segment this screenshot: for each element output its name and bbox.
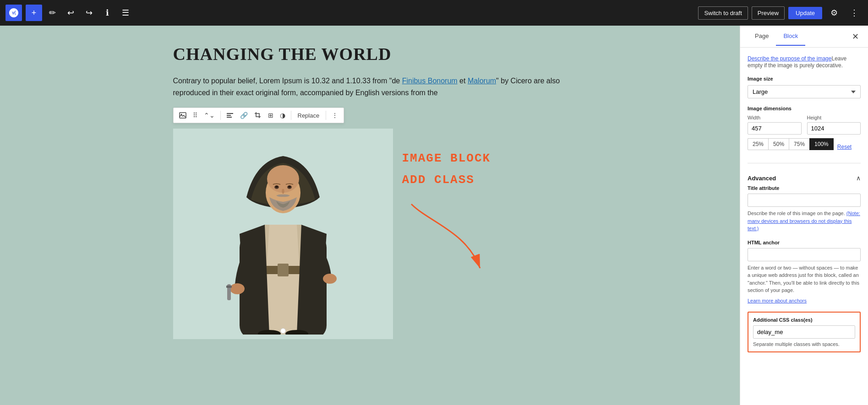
- html-anchor-label: HTML anchor: [748, 240, 861, 245]
- pct-25-button[interactable]: 25%: [748, 138, 768, 150]
- move-button[interactable]: ⌃⌄: [201, 110, 218, 121]
- toolbar-divider3: [326, 111, 326, 120]
- link-button[interactable]: 🔗: [237, 110, 251, 121]
- top-toolbar: + ✏ ↩ ↪ ℹ ☰ Switch to draft Preview Upda…: [0, 0, 868, 26]
- svg-point-11: [267, 165, 299, 193]
- toolbar-divider2: [291, 111, 291, 120]
- pct-100-button[interactable]: 100%: [809, 138, 834, 150]
- width-input[interactable]: [748, 122, 802, 135]
- redo-button[interactable]: ↪: [81, 5, 97, 21]
- reset-dimensions-button[interactable]: Reset: [834, 141, 855, 152]
- image-resize-handle[interactable]: [280, 328, 286, 334]
- title-attr-input[interactable]: [748, 194, 861, 207]
- edit-button[interactable]: ✏: [44, 5, 60, 21]
- svg-rect-9: [278, 264, 289, 276]
- title-attr-desc: Describe the role of this image on the p…: [748, 210, 861, 232]
- switch-draft-button[interactable]: Switch to draft: [698, 6, 748, 20]
- advanced-label: Advanced: [748, 175, 776, 182]
- tab-page[interactable]: Page: [748, 27, 776, 46]
- title-attribute-group: Title attribute Describe the role of thi…: [748, 185, 861, 232]
- editor-area[interactable]: CHANGING THE WORLD Contrary to popular b…: [0, 26, 740, 405]
- editor-content: CHANGING THE WORLD Contrary to popular b…: [173, 44, 567, 339]
- learn-more-anchor: Learn more about anchors: [748, 297, 861, 305]
- width-group: Width: [748, 115, 802, 135]
- sidebar-body: Describe the purpose of the imageLeave e…: [740, 48, 868, 405]
- tab-block[interactable]: Block: [776, 27, 805, 46]
- undo-button[interactable]: ↩: [62, 5, 79, 21]
- image-size-label: Image size: [748, 76, 861, 81]
- percent-buttons: 25% 50% 75% 100%: [748, 138, 834, 150]
- align-left-button[interactable]: [224, 110, 236, 121]
- height-label: Height: [807, 115, 861, 120]
- pct-50-button[interactable]: 50%: [768, 138, 789, 150]
- drag-handle-button[interactable]: ⠿: [190, 110, 200, 121]
- additional-css-hint: Separate multiple classes with spaces.: [753, 341, 855, 347]
- additional-css-section: Additional CSS class(es) Separate multip…: [748, 312, 861, 352]
- preview-button[interactable]: Preview: [752, 6, 785, 20]
- toolbar-divider: [220, 111, 221, 120]
- advanced-header[interactable]: Advanced ∧: [748, 171, 861, 185]
- duotone-button[interactable]: ◑: [277, 110, 288, 121]
- svg-rect-18: [226, 286, 232, 288]
- wordpress-logo[interactable]: [5, 5, 22, 21]
- chevron-up-icon: ∧: [856, 174, 861, 182]
- width-label: Width: [748, 115, 802, 120]
- finibus-link[interactable]: Finibus Bonorum: [402, 77, 458, 85]
- alt-text-section: Describe the purpose of the imageLeave e…: [748, 55, 861, 69]
- html-anchor-group: HTML anchor Enter a word or two — withou…: [748, 240, 861, 305]
- image-dimensions-section: Image dimensions Width Height 25% 50%: [748, 106, 861, 156]
- more-block-options-button[interactable]: ⋮: [329, 110, 341, 121]
- main-layout: CHANGING THE WORLD Contrary to popular b…: [0, 26, 868, 405]
- alt-text-link[interactable]: Describe the purpose of the image: [748, 55, 831, 62]
- image-placeholder[interactable]: [173, 129, 393, 339]
- focal-point-button[interactable]: ⊞: [265, 110, 276, 121]
- dimensions-row: Width Height: [748, 115, 861, 135]
- add-block-button[interactable]: +: [26, 5, 42, 21]
- svg-rect-4: [227, 117, 232, 118]
- image-size-section: Image size Thumbnail Medium Large Full S…: [748, 76, 861, 98]
- post-title[interactable]: CHANGING THE WORLD: [173, 44, 567, 64]
- list-view-button[interactable]: ☰: [117, 5, 134, 21]
- svg-point-15: [288, 186, 291, 188]
- svg-rect-3: [227, 115, 231, 116]
- sidebar-tab-group: Page Block: [748, 27, 805, 46]
- annotation-text-line2: ADD CLASS: [402, 173, 540, 187]
- image-icon: [179, 112, 186, 119]
- obi-wan-figure: [210, 133, 356, 335]
- image-block-toolbar: ⠿ ⌃⌄ 🔗 ⊞ ◑: [173, 108, 344, 123]
- pct-75-button[interactable]: 75%: [789, 138, 809, 150]
- update-button[interactable]: Update: [788, 7, 822, 19]
- wp-logo-icon: [9, 8, 18, 17]
- toolbar-left: + ✏ ↩ ↪ ℹ ☰: [5, 5, 134, 21]
- learn-more-anchor-link[interactable]: Learn more about anchors: [748, 298, 807, 303]
- annotation-arrow-svg: [402, 195, 503, 277]
- replace-button[interactable]: Replace: [294, 110, 323, 121]
- image-size-select[interactable]: Thumbnail Medium Large Full Size: [748, 85, 861, 98]
- align-left-icon: [226, 112, 234, 119]
- section-divider: [748, 163, 861, 163]
- html-anchor-input[interactable]: [748, 248, 861, 261]
- info-button[interactable]: ℹ: [99, 5, 115, 21]
- html-anchor-desc: Enter a word or two — without spaces — t…: [748, 264, 861, 294]
- sidebar-tabs: Page Block ✕: [740, 26, 868, 48]
- svg-point-14: [275, 186, 278, 188]
- additional-css-label: Additional CSS class(es): [753, 317, 855, 323]
- annotation-text-line1: IMAGE BLOCK: [402, 151, 540, 166]
- height-group: Height: [807, 115, 861, 135]
- additional-css-input[interactable]: [753, 325, 855, 339]
- percent-reset-row: 25% 50% 75% 100% Reset: [748, 138, 861, 156]
- settings-button[interactable]: ⚙: [826, 5, 842, 21]
- sidebar: Page Block ✕ Describe the purpose of the…: [740, 26, 868, 405]
- height-input[interactable]: [807, 122, 861, 135]
- crop-button[interactable]: [251, 110, 264, 121]
- title-attr-label: Title attribute: [748, 185, 861, 191]
- image-icon-button[interactable]: [176, 110, 189, 121]
- image-dimensions-label: Image dimensions: [748, 106, 861, 111]
- image-block-wrapper: IMAGE BLOCK ADD CLASS: [173, 129, 393, 339]
- post-body[interactable]: Contrary to popular belief, Lorem Ipsum …: [173, 75, 567, 98]
- more-options-button[interactable]: ⋮: [846, 5, 863, 21]
- svg-point-19: [323, 274, 337, 284]
- svg-rect-2: [227, 113, 233, 114]
- sidebar-close-button[interactable]: ✕: [850, 30, 861, 43]
- malorum-link[interactable]: Malorum: [468, 77, 496, 85]
